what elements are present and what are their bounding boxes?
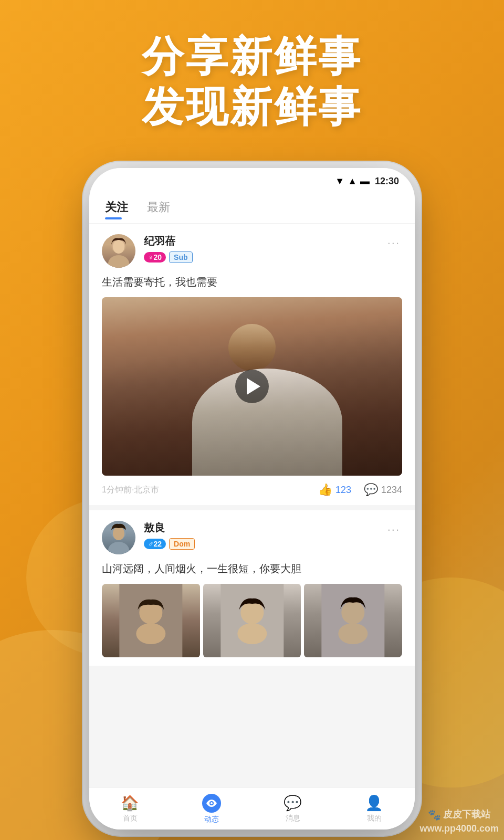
post-2: 敖良 ♂22 Dom ··· 山河远阔，人间烟火，一生很短，你要大胆 [89,510,415,666]
nav-dynamic-label: 动态 [204,815,219,824]
svg-point-1 [108,255,129,268]
post-1-video[interactable] [102,297,402,476]
signal-icon: ▲ [348,176,357,187]
grid-image-2 [203,584,301,657]
post-2-badges: ♂22 Dom [144,538,385,550]
post-2-username: 敖良 [144,521,385,535]
svg-point-17 [211,802,213,804]
post-1-sub-badge: Sub [169,251,192,263]
content-area: 纪羽蓓 ♀20 Sub ··· 生活需要寄托，我也需要 [89,224,415,671]
wifi-icon: ▼ [335,176,344,187]
bottom-nav: 🏠 首页 动态 💬 消息 👤 我 [89,788,415,830]
post-1-avatar [102,234,135,268]
post-2-header: 敖良 ♂22 Dom ··· [102,521,402,554]
post-1-meta: 1分钟前·北京市 [102,485,159,496]
svg-point-14 [342,601,365,624]
play-button[interactable] [235,370,269,403]
nav-messages[interactable]: 💬 消息 [252,794,333,823]
battery-icon: ▬ [360,176,370,187]
nav-messages-label: 消息 [286,814,300,823]
hero-line1: 分享新鲜事 [0,32,504,82]
like-button[interactable]: 👍 123 [318,483,351,497]
post-1-rank-badge: ♀20 [144,252,166,262]
post-1-badges: ♀20 Sub [144,251,385,263]
svg-point-12 [237,623,267,644]
post-1-footer: 1分钟前·北京市 👍 123 💬 1234 [102,483,402,497]
status-bar: ▼ ▲ ▬ 12:30 [89,168,415,194]
like-icon: 👍 [318,483,332,497]
svg-point-9 [136,623,165,644]
like-count: 123 [335,485,351,496]
dynamic-icon [202,794,221,813]
post-2-more-button[interactable]: ··· [385,521,402,539]
tab-follow[interactable]: 关注 [105,200,128,218]
grid-image-1 [102,584,200,657]
post-2-rank-badge: ♂22 [144,539,166,549]
post-2-userinfo: 敖良 ♂22 Dom [144,521,385,550]
time-display: 12:30 [375,176,399,187]
post-1-text: 生活需要寄托，我也需要 [102,274,402,290]
post-2-dom-badge: Dom [169,538,195,550]
hero-text: 分享新鲜事 发现新鲜事 [0,32,504,132]
comment-button[interactable]: 💬 1234 [364,483,402,497]
phone-mockup: ▼ ▲ ▬ 12:30 关注 最新 [89,168,415,830]
post-1-username: 纪羽蓓 [144,234,385,248]
watermark-line2: www.pp4000.com [420,823,499,835]
post-1-actions: 👍 123 💬 1234 [318,483,402,497]
svg-point-15 [339,623,368,644]
post-1: 纪羽蓓 ♀20 Sub ··· 生活需要寄托，我也需要 [89,224,415,505]
message-icon: 💬 [284,794,302,812]
svg-point-6 [113,527,124,540]
watermark-line1: 皮皮下载站 [443,808,490,821]
nav-profile-label: 我的 [367,814,382,823]
home-icon: 🏠 [121,794,139,812]
comment-icon: 💬 [364,483,378,497]
post-2-avatar [102,521,135,554]
profile-icon: 👤 [365,794,383,812]
post-2-images [102,584,402,657]
status-icons: ▼ ▲ ▬ 12:30 [335,176,399,187]
nav-dynamic[interactable]: 动态 [171,794,252,824]
grid-image-3 [304,584,402,657]
comment-count: 1234 [381,485,402,496]
nav-home-label: 首页 [123,814,138,823]
play-triangle-icon [247,378,260,395]
nav-home[interactable]: 🏠 首页 [89,794,171,823]
post-1-header: 纪羽蓓 ♀20 Sub ··· [102,234,402,268]
phone-screen: ▼ ▲ ▬ 12:30 关注 最新 [89,168,415,830]
watermark: 🐾 皮皮下载站 www.pp4000.com [420,808,499,835]
post-1-userinfo: 纪羽蓓 ♀20 Sub [144,234,385,263]
tab-latest[interactable]: 最新 [147,200,170,218]
hero-line2: 发现新鲜事 [0,82,504,132]
post-1-more-button[interactable]: ··· [385,234,402,252]
post-2-text: 山河远阔，人间烟火，一生很短，你要大胆 [102,561,402,576]
nav-profile[interactable]: 👤 我的 [333,794,415,823]
svg-point-11 [240,601,264,624]
svg-point-3 [113,240,124,254]
top-tabs: 关注 最新 [89,194,415,224]
svg-point-5 [108,542,129,554]
